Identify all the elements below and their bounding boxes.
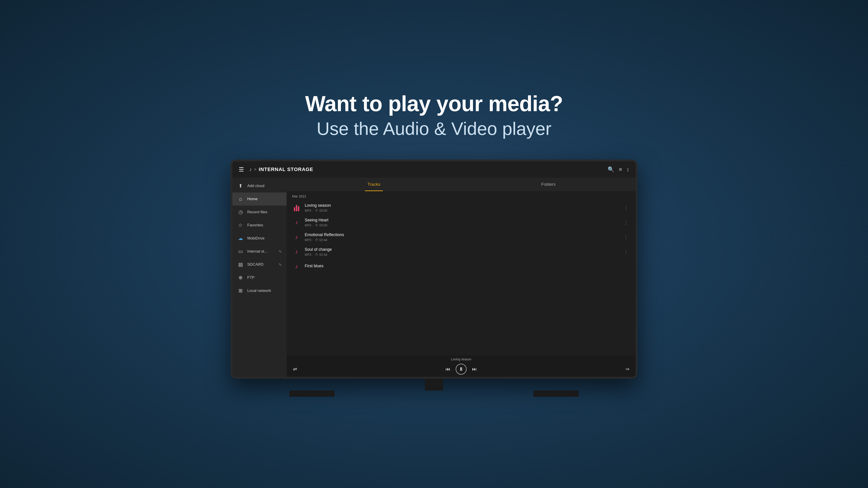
sdcard-icon: ▤: [237, 262, 244, 267]
track-thumb-4: ♪: [292, 248, 301, 256]
tab-folders[interactable]: Folders: [461, 177, 636, 191]
track-duration-3: 02:44: [319, 238, 327, 242]
sidebar-item-add-cloud[interactable]: ⬆ Add cloud: [232, 180, 287, 193]
sidebar-item-mobidrive[interactable]: ☁ MobiDrive: [232, 232, 287, 245]
track-item-1[interactable]: Loving season MP3 · ⏱ 03:00 ⋮: [287, 200, 636, 215]
track-meta-2: MP3 · ⏱ 03:00: [305, 223, 622, 227]
sidebar-item-internal-storage[interactable]: ▭ Internal st... ✎: [232, 245, 287, 258]
page-subtitle: Use the Audio & Video player: [305, 116, 563, 141]
track-format-2: MP3: [305, 223, 311, 227]
sidebar-item-recent-files[interactable]: ◷ Recent files: [232, 205, 287, 219]
track-thumb-3: ♪: [292, 233, 301, 242]
favorites-icon: ☆: [237, 222, 244, 228]
home-icon: ⌂: [237, 196, 244, 202]
top-bar: ☰ ♪ > INTERNAL STORAGE 🔍 ≡ ↕: [232, 161, 636, 177]
shuffle-icon[interactable]: ⇌: [293, 366, 297, 372]
edit-icon-sdcard[interactable]: ✎: [279, 263, 282, 267]
filter-icon[interactable]: ↕: [627, 166, 629, 173]
date-header: Mar 2021: [287, 191, 636, 200]
clock-icon-1: ⏱: [315, 209, 318, 213]
sidebar-label-mobidrive: MobiDrive: [247, 236, 265, 240]
music-icon: ♪: [249, 166, 252, 172]
sidebar-item-actions-internal: ✎: [279, 250, 282, 254]
equalizer-icon: [294, 204, 299, 211]
tabs-bar: Tracks Folders: [287, 177, 636, 191]
sidebar-item-sdcard[interactable]: ▤ SDCARD ✎: [232, 258, 287, 271]
track-name-2: Seeing Heart: [305, 218, 622, 223]
track-more-2[interactable]: ⋮: [622, 219, 630, 226]
track-format-4: MP3: [305, 253, 311, 256]
track-info-5: First blues: [305, 264, 630, 269]
track-item-3[interactable]: ♪ Emotional Reflections MP3 · ⏱ 02:44: [287, 230, 636, 245]
add-cloud-icon: ⬆: [237, 183, 244, 189]
sidebar-item-ftp[interactable]: ⊕ FTP: [232, 271, 287, 284]
sidebar: ⬆ Add cloud ⌂ Home ◷ Recent files ☆ Favo…: [232, 177, 287, 377]
track-more-3[interactable]: ⋮: [622, 233, 630, 241]
clock-icon-3: ⏱: [315, 238, 318, 242]
mobidrive-icon: ☁: [237, 235, 244, 241]
sidebar-label-sdcard: SDCARD: [247, 262, 264, 267]
track-meta-1: MP3 · ⏱ 03:00: [305, 209, 622, 213]
track-item-2[interactable]: ♪ Seeing Heart MP3 · ⏱ 03:00: [287, 215, 636, 230]
page-title: Want to play your media?: [305, 91, 563, 116]
track-name-1: Loving season: [305, 203, 622, 208]
track-name-3: Emotional Reflections: [305, 232, 622, 237]
track-meta-3: MP3 · ⏱ 02:44: [305, 238, 622, 242]
track-duration-4: 02:44: [319, 253, 327, 256]
track-more-4[interactable]: ⋮: [622, 248, 630, 256]
content-area: Tracks Folders Mar 2021: [287, 177, 636, 377]
track-info-1: Loving season MP3 · ⏱ 03:00: [305, 203, 622, 213]
track-info-3: Emotional Reflections MP3 · ⏱ 02:44: [305, 232, 622, 242]
track-name-5: First blues: [305, 264, 630, 268]
sort-list-icon[interactable]: ≡: [619, 166, 622, 173]
player-controls: ⇌ ⏮ ⏸ ⏭ ⇒: [445, 364, 477, 375]
track-thumb-5: ♪: [292, 262, 301, 271]
next-icon[interactable]: ⏭: [472, 366, 477, 372]
clock-icon-4: ⏱: [315, 253, 318, 256]
tv-stand-right: [533, 390, 579, 397]
sidebar-item-home[interactable]: ⌂ Home: [232, 193, 287, 205]
previous-icon[interactable]: ⏮: [445, 366, 450, 372]
sidebar-item-actions-sdcard: ✎: [279, 263, 282, 267]
sidebar-label-home: Home: [247, 197, 257, 201]
sidebar-item-local-network[interactable]: ⊞ Local network: [232, 284, 287, 297]
tv-stand-left: [289, 390, 335, 397]
track-item-5[interactable]: ♪ First blues: [287, 259, 636, 273]
repeat-icon[interactable]: ⇒: [625, 366, 629, 372]
sidebar-label-ftp: FTP: [247, 275, 254, 280]
track-info-4: Soul of change MP3 · ⏱ 02:44: [305, 247, 622, 256]
edit-icon-internal[interactable]: ✎: [279, 250, 282, 254]
track-thumb-2: ♪: [292, 218, 301, 227]
page-header: Want to play your media? Use the Audio &…: [305, 91, 563, 141]
breadcrumb: ♪ > INTERNAL STORAGE: [249, 166, 608, 172]
menu-icon[interactable]: ☰: [239, 166, 244, 173]
app-ui: ☰ ♪ > INTERNAL STORAGE 🔍 ≡ ↕ ⬆: [232, 161, 636, 377]
pause-icon: ⏸: [459, 366, 464, 372]
tab-tracks[interactable]: Tracks: [287, 177, 461, 191]
track-item-4[interactable]: ♪ Soul of change MP3 · ⏱ 02:44: [287, 245, 636, 259]
sidebar-label-recent: Recent files: [247, 210, 268, 215]
music-note-icon-4: ♪: [295, 248, 298, 255]
track-more-1[interactable]: ⋮: [622, 204, 630, 212]
clock-icon-2: ⏱: [315, 223, 318, 227]
main-content: ⬆ Add cloud ⌂ Home ◷ Recent files ☆ Favo…: [232, 177, 636, 377]
sidebar-label-local-network: Local network: [247, 289, 271, 293]
music-note-icon-5: ♪: [295, 263, 298, 270]
track-meta-4: MP3 · ⏱ 02:44: [305, 253, 622, 256]
player-bar: Loving season ⇌ ⏮ ⏸ ⏭ ⇒: [287, 355, 636, 377]
music-note-icon-2: ♪: [295, 219, 298, 226]
local-network-icon: ⊞: [237, 288, 244, 294]
track-duration-2: 03:00: [319, 223, 327, 227]
recent-icon: ◷: [237, 209, 244, 215]
tv-stand-neck: [425, 379, 443, 390]
sidebar-label-add-cloud: Add cloud: [247, 184, 265, 188]
track-info-2: Seeing Heart MP3 · ⏱ 03:00: [305, 218, 622, 227]
tv-container: ☰ ♪ > INTERNAL STORAGE 🔍 ≡ ↕ ⬆: [230, 160, 638, 397]
sidebar-item-favorites[interactable]: ☆ Favorites: [232, 219, 287, 232]
track-name-4: Soul of change: [305, 247, 622, 252]
sidebar-label-internal: Internal st...: [247, 249, 268, 254]
now-playing-label: Loving season: [451, 357, 471, 361]
search-icon[interactable]: 🔍: [608, 166, 614, 173]
track-format-3: MP3: [305, 238, 311, 242]
play-pause-button[interactable]: ⏸: [456, 364, 467, 375]
